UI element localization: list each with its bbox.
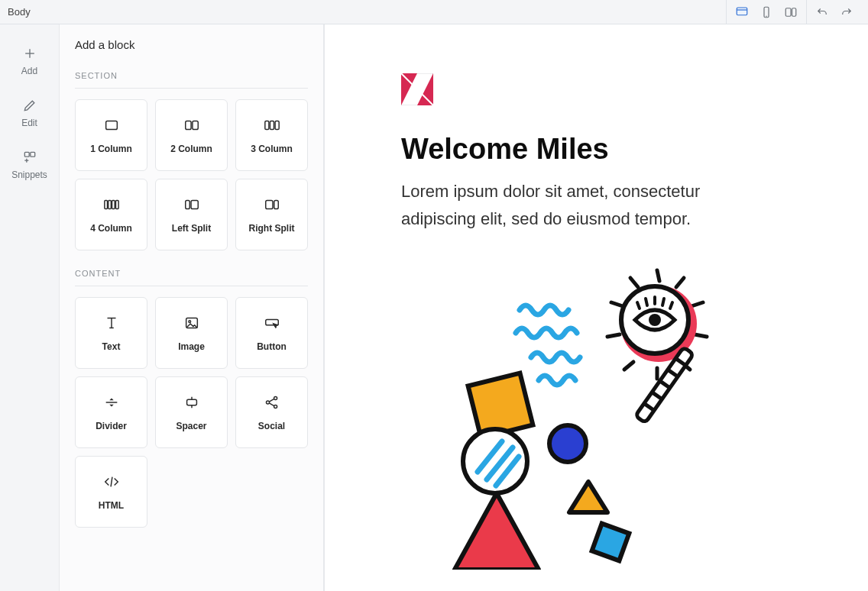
block-label: Right Split xyxy=(249,223,295,234)
block-label: Button xyxy=(257,341,287,352)
breadcrumb: Body xyxy=(8,6,31,18)
block-divider[interactable]: Divider xyxy=(75,376,147,448)
block-left-split[interactable]: Left Split xyxy=(155,179,228,250)
viewport-mobile-button[interactable] xyxy=(754,0,779,24)
svg-rect-19 xyxy=(115,201,118,209)
svg-rect-15 xyxy=(275,121,279,130)
redo-button[interactable] xyxy=(834,0,859,24)
svg-point-33 xyxy=(274,405,277,408)
block-right-split[interactable]: Right Split xyxy=(235,179,308,250)
svg-line-36 xyxy=(111,477,112,487)
rail-label: Edit xyxy=(21,118,37,128)
brand-logo xyxy=(401,73,433,105)
column-4-icon xyxy=(103,196,120,213)
svg-rect-20 xyxy=(185,201,189,209)
svg-rect-5 xyxy=(792,8,796,16)
block-label: 4 Column xyxy=(90,223,132,234)
block-text[interactable]: Text xyxy=(75,297,147,369)
social-icon xyxy=(264,394,280,411)
block-label: Left Split xyxy=(172,223,211,234)
redo-icon xyxy=(840,5,853,19)
block-button[interactable]: Button xyxy=(235,297,308,369)
svg-line-45 xyxy=(691,302,703,306)
column-1-icon xyxy=(103,117,120,134)
block-spacer[interactable]: Spacer xyxy=(155,376,228,448)
sidebar-rail: Add Edit Snippets xyxy=(0,24,60,591)
left-split-icon xyxy=(183,196,200,213)
svg-point-31 xyxy=(266,401,269,404)
block-label: Text xyxy=(102,341,121,352)
section-label: SECTION xyxy=(75,71,308,89)
svg-marker-65 xyxy=(455,493,539,570)
viewport-split-button[interactable] xyxy=(779,0,803,24)
block-label: Spacer xyxy=(176,421,206,431)
split-icon xyxy=(784,5,798,19)
block-image[interactable]: Image xyxy=(155,297,228,369)
history-controls xyxy=(806,0,862,24)
topbar: Body xyxy=(0,0,868,24)
svg-rect-13 xyxy=(264,121,268,130)
rail-add-button[interactable]: Add xyxy=(0,35,60,87)
rail-label: Snippets xyxy=(11,170,47,180)
svg-rect-11 xyxy=(185,121,190,130)
divider-icon xyxy=(103,394,120,411)
rail-edit-button[interactable]: Edit xyxy=(0,87,60,139)
block-4-column[interactable]: 4 Column xyxy=(75,179,147,250)
block-html[interactable]: HTML xyxy=(75,456,147,528)
block-label: 3 Column xyxy=(251,144,293,154)
svg-rect-16 xyxy=(104,201,107,209)
button-icon xyxy=(264,315,280,331)
svg-rect-21 xyxy=(191,201,198,209)
svg-line-47 xyxy=(695,334,707,337)
block-3-column[interactable]: 3 Column xyxy=(235,99,308,171)
rail-snippets-button[interactable]: Snippets xyxy=(0,139,60,191)
block-label: Divider xyxy=(96,421,127,431)
picker-title: Add a block xyxy=(75,38,308,51)
right-split-icon xyxy=(264,196,280,213)
section-blocks-grid: 1 Column 2 Column 3 Column 4 Column Left… xyxy=(75,99,308,250)
canvas[interactable]: Welcome Miles Lorem ipsum dolor sit amet… xyxy=(324,24,868,591)
svg-line-34 xyxy=(269,399,274,402)
code-icon xyxy=(103,473,120,490)
svg-rect-68 xyxy=(592,523,630,560)
content-blocks-grid: Text Image Button Divider Spacer Social xyxy=(75,297,308,528)
svg-rect-8 xyxy=(24,152,29,157)
hero-illustration xyxy=(447,264,768,570)
undo-button[interactable] xyxy=(810,0,834,24)
block-1-column[interactable]: 1 Column xyxy=(75,99,147,171)
page-heading[interactable]: Welcome Miles xyxy=(401,133,768,166)
block-label: Social xyxy=(258,421,285,431)
svg-rect-14 xyxy=(270,121,274,130)
block-label: Image xyxy=(178,341,205,352)
svg-line-42 xyxy=(630,278,638,287)
svg-rect-0 xyxy=(737,8,747,15)
svg-rect-10 xyxy=(105,121,117,130)
svg-point-66 xyxy=(549,425,586,462)
svg-rect-9 xyxy=(30,152,34,157)
text-icon xyxy=(103,315,120,331)
svg-rect-22 xyxy=(265,201,272,209)
viewport-desktop-button[interactable] xyxy=(730,0,754,24)
block-label: 1 Column xyxy=(90,144,132,154)
plus-icon xyxy=(22,46,37,61)
block-label: HTML xyxy=(99,500,124,511)
column-2-icon xyxy=(183,117,200,134)
block-social[interactable]: Social xyxy=(235,376,308,448)
svg-rect-18 xyxy=(112,201,115,209)
viewport-switcher xyxy=(726,0,806,24)
undo-icon xyxy=(815,5,829,19)
svg-rect-4 xyxy=(785,8,791,16)
svg-line-43 xyxy=(676,278,684,287)
svg-point-25 xyxy=(188,321,190,323)
content-label: CONTENT xyxy=(75,269,308,286)
image-icon xyxy=(183,315,200,331)
svg-line-48 xyxy=(624,362,633,370)
mobile-icon xyxy=(760,5,773,19)
svg-line-46 xyxy=(607,334,620,337)
page-body-text[interactable]: Lorem ipsum dolor sit amet, consectetur … xyxy=(401,178,768,234)
desktop-icon xyxy=(735,5,749,19)
svg-point-32 xyxy=(274,396,277,399)
block-label: 2 Column xyxy=(170,144,212,154)
block-2-column[interactable]: 2 Column xyxy=(155,99,228,171)
svg-rect-17 xyxy=(108,201,111,209)
